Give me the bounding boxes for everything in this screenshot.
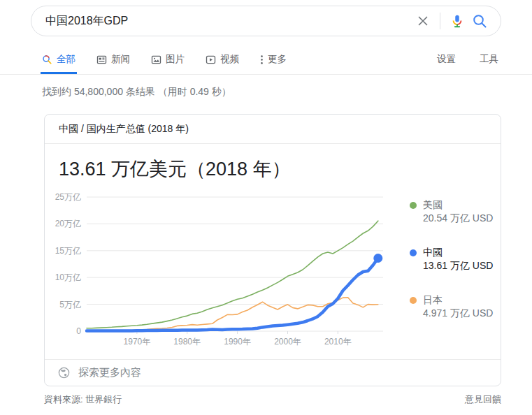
explore-more-button[interactable]: 探索更多內容	[45, 359, 501, 386]
y-axis-label: 25万亿	[55, 192, 81, 202]
videos-icon	[206, 54, 216, 65]
chart-legend: 美國 20.54 万亿 USD 中國 13.61 万亿 USD 日本 4.971…	[391, 189, 493, 355]
news-icon	[96, 54, 107, 65]
x-axis-label: 2010年	[324, 337, 352, 347]
result-stats: 找到约 54,800,000 条结果 （用时 0.49 秒）	[42, 85, 532, 99]
search-input[interactable]	[45, 15, 412, 27]
gdp-line-chart[interactable]: 05万亿10万亿15万亿20万亿25万亿1970年1980年1990年2000年…	[52, 189, 391, 355]
gdp-knowledge-card: 中國 / 国内生产总值 (2018 年) 13.61 万亿美元（2018 年） …	[44, 114, 501, 386]
legend-item-usa[interactable]: 美國 20.54 万亿 USD	[410, 198, 493, 225]
search-bar[interactable]	[31, 6, 501, 36]
chart-area: 05万亿10万亿15万亿20万亿25万亿1970年1980年1990年2000年…	[45, 180, 501, 359]
data-source-label: 資料來源: 世界銀行	[44, 393, 122, 406]
search-bar-divider	[440, 13, 440, 29]
series-line-美國	[87, 221, 378, 328]
legend-value: 20.54 万亿 USD	[423, 212, 493, 225]
x-axis-label: 1990年	[224, 337, 251, 347]
feedback-link[interactable]: 意見回饋	[465, 393, 501, 406]
legend-name: 日本	[423, 293, 493, 307]
source-row: 資料來源: 世界銀行 意見回饋	[44, 393, 501, 406]
breadcrumb: 中國 / 国内生产总值 (2018 年)	[45, 115, 501, 144]
y-axis-label: 20万亿	[55, 219, 81, 228]
settings-button[interactable]: 设置	[437, 49, 456, 74]
globe-icon	[57, 366, 71, 379]
tab-label: 视频	[220, 53, 239, 66]
gdp-headline: 13.61 万亿美元（2018 年）	[59, 158, 487, 180]
y-axis-label: 15万亿	[55, 246, 81, 256]
more-vert-icon	[260, 54, 264, 65]
legend-item-japan[interactable]: 日本 4.971 万亿 USD	[410, 293, 493, 320]
y-axis-label: 0	[76, 326, 81, 336]
legend-name: 美國	[423, 198, 493, 212]
legend-value: 13.61 万亿 USD	[423, 259, 493, 272]
tab-news[interactable]: 新闻	[95, 49, 131, 74]
tab-more[interactable]: 更多	[259, 49, 288, 74]
china-series-dot-icon	[410, 249, 417, 256]
x-axis-label: 1970年	[124, 337, 151, 347]
microphone-icon	[450, 13, 465, 29]
result-tabs: 全部 新闻 图片 视频 更多 设置 工具	[0, 49, 532, 75]
y-axis-label: 5万亿	[59, 300, 81, 310]
search-submit-button[interactable]	[468, 10, 491, 32]
tab-images[interactable]: 图片	[150, 49, 186, 74]
tab-all[interactable]: 全部	[41, 49, 77, 74]
search-icon	[42, 54, 52, 65]
legend-name: 中國	[423, 246, 493, 259]
x-axis-label: 2000年	[274, 337, 301, 347]
voice-search-button[interactable]	[446, 10, 468, 32]
series-end-dot	[373, 254, 382, 263]
tools-button[interactable]: 工具	[480, 49, 498, 74]
x-axis-label: 1980年	[173, 337, 201, 347]
y-axis-label: 10万亿	[55, 272, 81, 282]
legend-value: 4.971 万亿 USD	[423, 307, 493, 320]
tab-label: 新闻	[111, 53, 130, 66]
tab-label: 更多	[268, 53, 287, 66]
close-icon	[415, 13, 431, 29]
tab-videos[interactable]: 视频	[204, 49, 240, 74]
japan-series-dot-icon	[410, 297, 417, 304]
images-icon	[151, 54, 161, 65]
explore-more-label: 探索更多內容	[78, 366, 141, 379]
search-icon	[471, 13, 488, 29]
legend-item-china[interactable]: 中國 13.61 万亿 USD	[410, 246, 493, 272]
tab-label: 全部	[57, 53, 76, 66]
usa-series-dot-icon	[410, 202, 417, 209]
tab-label: 图片	[166, 53, 185, 66]
clear-search-button[interactable]	[412, 10, 434, 32]
series-line-中國	[87, 259, 378, 331]
